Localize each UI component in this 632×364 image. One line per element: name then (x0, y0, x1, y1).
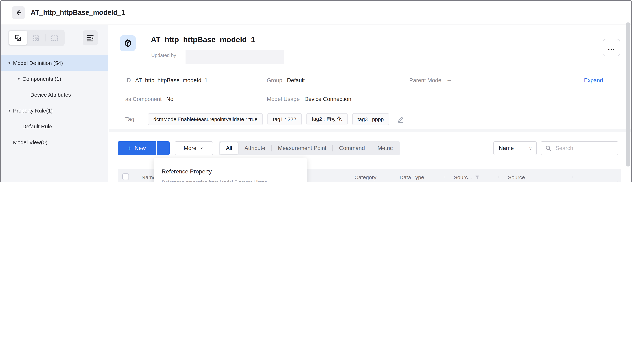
caret-down-icon: ▾ (6, 60, 13, 65)
menu-fold-icon (86, 34, 94, 42)
header-more-button[interactable]: ... (603, 39, 620, 56)
chevron-down-icon: ⌄ (199, 144, 204, 150)
arrow-left-icon (15, 9, 22, 16)
select-all-checkbox[interactable] (122, 174, 129, 180)
tree-view-button[interactable] (9, 31, 27, 45)
id-field: ID AT_http_httpBase_modeId_1 (125, 77, 207, 84)
selection-settings-button[interactable] (27, 31, 45, 45)
more-button[interactable]: More ⌄ (175, 141, 213, 155)
new-button-group: + New ··· (118, 141, 170, 155)
chevron-down-icon: ∨ (529, 146, 532, 151)
tree-item-label: Components (1) (22, 76, 61, 82)
tag-chip-list: dcmModelEnableMeasurepointValidate : tru… (148, 113, 389, 125)
tree-item-label: Model Definition (54) (13, 60, 63, 66)
model-usage-field: Model Usage Device Connection (267, 96, 351, 102)
app-window: AT_http_httpBase_modeId_1 (0, 0, 632, 182)
search-field-selector[interactable]: Name ∨ (493, 141, 537, 155)
column-resize-handle[interactable] (496, 176, 498, 178)
sidebar-tree-item[interactable]: Model View(0) (1, 134, 108, 150)
filter-tab[interactable]: All (220, 142, 238, 154)
column-resize-handle[interactable] (388, 176, 390, 178)
as-component-label: as Component (125, 96, 162, 102)
parent-model-field: Parent Model -- (409, 77, 451, 84)
column-resize-handle[interactable] (570, 176, 572, 178)
menu-item-description: Reference properties from Model Element … (162, 180, 299, 182)
cube-icon (123, 38, 132, 48)
caret-down-icon: ▾ (15, 76, 22, 81)
sidebar-tree-item[interactable]: Default Rule (1, 118, 108, 134)
table-toolbar: + New ··· More ⌄ AllAttributeMeasurement… (118, 141, 626, 155)
edit-tags-icon[interactable] (397, 116, 405, 123)
group-value: Default (287, 77, 305, 83)
id-value: AT_http_httpBase_modeId_1 (135, 77, 207, 83)
section-divider (109, 129, 631, 132)
caret-down-icon: ▾ (6, 108, 13, 113)
as-component-field: as Component No (125, 96, 173, 102)
model-tree: ▾ Model Definition (54) ▾ Components (1)… (1, 55, 108, 150)
new-button[interactable]: + New (118, 141, 156, 155)
sidebar-tree-item[interactable]: ▾ Property Rule(1) (1, 102, 108, 118)
model-usage-value: Device Connection (304, 96, 351, 102)
dropdown-menu-item[interactable]: Reference Property Reference properties … (154, 164, 307, 182)
new-button-label: New (135, 145, 146, 152)
page-title: AT_http_httpBase_modeId_1 (31, 9, 125, 16)
filter-tab[interactable]: Attribute (238, 142, 271, 154)
column-header[interactable]: Sourc... (446, 174, 500, 180)
tag-chip: tag3 : pppp (352, 113, 389, 125)
sidebar: ▾ Model Definition (54) ▾ Components (1)… (1, 25, 108, 182)
search-field-selector-value: Name (499, 145, 514, 152)
model-usage-label: Model Usage (267, 96, 300, 102)
overlapping-squares-icon (14, 34, 22, 42)
column-resize-handle[interactable] (442, 176, 444, 178)
tag-field: Tag dcmModelEnableMeasurepointValidate :… (125, 113, 405, 125)
tag-chip: tag2 : 自动化 (306, 113, 348, 125)
back-button[interactable] (12, 6, 25, 19)
group-field: Group Default (267, 77, 305, 84)
top-bar: AT_http_httpBase_modeId_1 (1, 1, 631, 25)
column-header-label: Sourc... (454, 174, 472, 180)
new-more-options-button[interactable]: ··· (157, 141, 170, 155)
actions-column-header (574, 169, 621, 182)
sidebar-tree-item[interactable]: ▾ Model Definition (54) (1, 55, 108, 71)
column-resize-handle[interactable] (615, 181, 618, 182)
more-button-label: More (184, 145, 196, 152)
column-header[interactable]: Category (347, 174, 392, 180)
redacted-user-info (185, 50, 284, 64)
filter-funnel-icon[interactable] (475, 175, 479, 180)
as-component-value: No (166, 96, 173, 102)
category-filter-tabs: AllAttributeMeasurement PointCommandMetr… (219, 141, 400, 155)
filter-tab[interactable]: Measurement Point (272, 142, 333, 154)
column-header[interactable]: Data Type (392, 174, 446, 180)
menu-item-title: Reference Property (162, 168, 299, 175)
selection-box-button[interactable] (46, 31, 64, 45)
expand-link[interactable]: Expand (584, 77, 603, 84)
filter-tab[interactable]: Metric (371, 142, 399, 154)
column-header-label: Category (355, 174, 377, 180)
dashed-box-gear-icon (32, 34, 40, 42)
parent-model-value: -- (447, 77, 451, 83)
tree-item-label: Default Rule (22, 123, 52, 129)
tree-item-label: Device Attributes (30, 92, 71, 98)
sidebar-tree-item[interactable]: Device Attributes (1, 86, 108, 102)
column-header[interactable]: Source (500, 174, 574, 180)
model-icon-chip (120, 35, 136, 51)
id-label: ID (125, 77, 131, 83)
search-input[interactable] (555, 144, 613, 152)
tag-label: Tag (125, 116, 134, 122)
collapse-sidebar-button[interactable] (83, 30, 98, 46)
tag-chip: tag1 : 222 (268, 113, 302, 125)
view-switcher (8, 30, 65, 46)
search-box (541, 141, 618, 155)
group-label: Group (267, 77, 282, 83)
more-dropdown-menu: Reference Property Reference properties … (154, 158, 307, 182)
sidebar-tree-item[interactable]: ▾ Components (1) (1, 71, 108, 86)
plus-icon: + (128, 144, 132, 152)
search-icon (545, 145, 551, 151)
dashed-box-icon (51, 34, 59, 42)
tree-item-label: Property Rule(1) (13, 107, 53, 114)
tree-item-label: Model View(0) (13, 139, 48, 145)
column-header-label: Data Type (400, 174, 424, 180)
filter-tab[interactable]: Command (333, 142, 371, 154)
vertical-scrollbar-thumb[interactable] (626, 22, 630, 166)
column-header-label: Source (508, 174, 525, 180)
